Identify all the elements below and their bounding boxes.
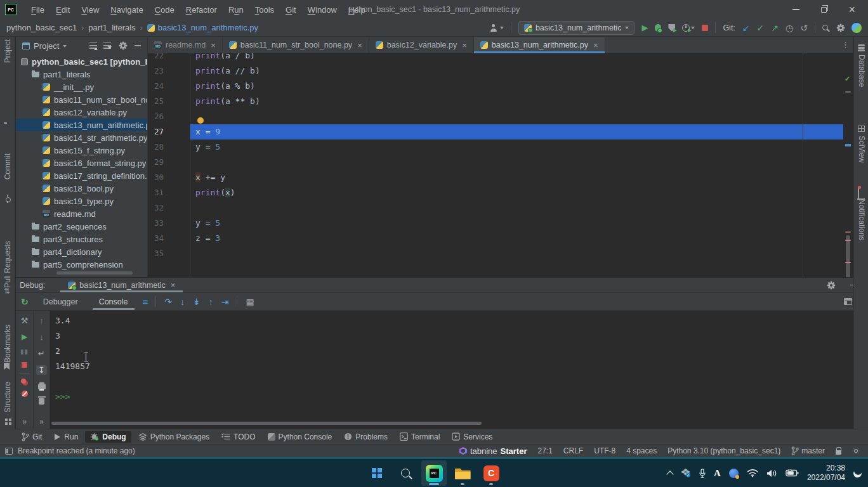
editor-tab[interactable]: basic12_variable.py× xyxy=(369,37,474,53)
line-ending[interactable]: CRLF xyxy=(563,446,583,455)
code-text[interactable]: x = 9 xyxy=(190,124,843,140)
soft-wrap-icon[interactable]: ↵ xyxy=(38,349,45,358)
menu-code[interactable]: Code xyxy=(149,5,180,15)
line-number[interactable]: 28 xyxy=(148,140,190,155)
toolwindow-button-problems[interactable]: Problems xyxy=(339,431,393,443)
settings-gear-icon[interactable] xyxy=(836,23,845,32)
sciview-icon[interactable] xyxy=(858,126,865,132)
tree-item[interactable]: basic13_num_arithmetic.py xyxy=(16,119,147,131)
taskbar-explorer-button[interactable] xyxy=(450,460,475,486)
breadcrumb-item[interactable]: basic13_num_arithmetic.py xyxy=(147,23,258,32)
menu-tools[interactable]: Tools xyxy=(249,5,280,15)
up-stack-icon[interactable]: ↑ xyxy=(39,316,44,325)
gear-icon[interactable] xyxy=(119,42,127,50)
clear-console-icon[interactable] xyxy=(39,398,44,405)
menu-file[interactable]: File xyxy=(25,5,50,15)
database-icon[interactable] xyxy=(858,44,865,46)
sidebar-item-commit[interactable]: Commit xyxy=(3,153,12,179)
line-number[interactable]: 31 xyxy=(148,185,190,200)
line-number[interactable]: 25 xyxy=(148,94,190,109)
line-number[interactable]: 32 xyxy=(148,200,190,216)
tab-close-icon[interactable]: × xyxy=(357,41,362,50)
tree-item[interactable]: python_basic_sec1 [python_basic]D:¥ xyxy=(16,55,147,68)
tab-console[interactable]: Console xyxy=(93,293,135,310)
breadcrumb-item[interactable]: python_basic_sec1 xyxy=(6,23,77,32)
more-actions-icon[interactable]: » xyxy=(22,417,27,426)
code-text[interactable]: y = 5 xyxy=(190,140,843,155)
collapse-all-icon[interactable] xyxy=(103,42,111,49)
breadcrumb-item[interactable]: part1_literals xyxy=(88,23,135,32)
tabnine-status[interactable]: tabnine Starter xyxy=(459,446,527,456)
stop-icon[interactable] xyxy=(22,362,27,368)
step-over-icon[interactable]: ↷ xyxy=(164,297,172,307)
minimize-icon[interactable] xyxy=(792,9,799,10)
pause-program-icon[interactable]: ▮▮ xyxy=(20,348,29,355)
editor-tab[interactable]: basic11_num_str_bool_none.py× xyxy=(223,37,369,53)
line-number[interactable]: 22 xyxy=(148,53,190,63)
history-icon[interactable]: ◷ xyxy=(786,23,793,32)
sidebar-item-bookmarks[interactable]: Bookmarks xyxy=(3,325,12,363)
editor[interactable]: 22print(a / b)23print(a // b)24print(a %… xyxy=(148,53,853,277)
tree-item[interactable]: readme.md xyxy=(16,207,147,220)
tab-close-icon[interactable]: × xyxy=(462,41,467,50)
step-into-icon[interactable]: ↓ xyxy=(180,297,185,307)
tab-close-icon[interactable]: × xyxy=(593,41,598,50)
more-actions-icon[interactable]: » xyxy=(39,417,44,426)
tab-close-icon[interactable]: × xyxy=(211,41,216,50)
line-number[interactable]: 29 xyxy=(148,155,190,170)
sidebar-item-pull-requests[interactable]: Pull Requests xyxy=(3,241,12,288)
toolwindow-button-git[interactable]: Git xyxy=(16,431,47,443)
step-out-icon[interactable]: ↑ xyxy=(209,297,213,307)
caret-position[interactable]: 27:1 xyxy=(537,446,552,455)
taskbar-clock[interactable]: 20:38 2022/07/04 xyxy=(807,464,845,483)
tree-item[interactable]: __init__.py xyxy=(16,81,147,93)
status-message[interactable]: Breakpoint reached (a minute ago) xyxy=(18,446,135,455)
code-text[interactable]: x += y xyxy=(190,170,843,185)
toolwindow-button-todo[interactable]: TODO xyxy=(216,431,260,443)
code-text[interactable]: z = 3 xyxy=(190,231,843,246)
console-horizontal-scrollbar[interactable] xyxy=(51,422,482,425)
run-configuration-select[interactable]: basic13_num_arithmetic xyxy=(518,21,635,35)
tree-item[interactable]: basic18_bool.py xyxy=(16,182,147,195)
sidebar-item-project[interactable]: Project xyxy=(3,39,12,63)
lock-icon[interactable] xyxy=(836,450,841,455)
editor-scrollbar[interactable] xyxy=(846,235,850,277)
chevron-down-icon[interactable] xyxy=(63,45,67,49)
toolwindow-button-services[interactable]: Services xyxy=(447,431,497,443)
menu-refactor[interactable]: Refactor xyxy=(180,5,223,15)
indent-style[interactable]: 4 spaces xyxy=(626,446,657,455)
sidebar-item-database[interactable]: Database xyxy=(857,55,866,87)
tree-item[interactable]: basic16_format_string.py xyxy=(16,157,147,169)
tree-item[interactable]: basic11_num_str_bool_none.py xyxy=(16,93,147,106)
tree-item[interactable]: part1_literals xyxy=(16,68,147,81)
code-text[interactable] xyxy=(190,155,843,170)
code-text[interactable]: y = 5 xyxy=(190,216,843,231)
rerun-icon[interactable]: ↻ xyxy=(21,297,29,307)
profiler-button[interactable] xyxy=(682,24,695,32)
scroll-to-end-icon[interactable]: ↧ xyxy=(36,365,47,375)
focus-assist-moon-icon[interactable] xyxy=(853,468,863,478)
error-stripe[interactable]: ✓ xyxy=(843,70,853,277)
code-text[interactable]: print(a / b) xyxy=(190,53,843,63)
ime-language-indicator[interactable]: A xyxy=(714,468,721,479)
menu-navigate[interactable]: Navigate xyxy=(105,5,148,15)
menu-view[interactable]: View xyxy=(76,5,105,15)
git-update-button[interactable]: ↙ xyxy=(742,23,750,32)
code-text[interactable]: print(a % b) xyxy=(190,79,843,94)
intention-bulb-icon[interactable] xyxy=(197,117,204,124)
debug-console[interactable]: 3.4321419857 >>> xyxy=(50,311,868,429)
line-number[interactable]: 30 xyxy=(148,170,190,185)
toolwindow-button-python-console[interactable]: Python Console xyxy=(263,431,338,443)
run-with-coverage-button[interactable] xyxy=(668,24,675,32)
taskbar-pycharm-button[interactable]: PC xyxy=(421,460,447,486)
tray-app-ball-icon[interactable] xyxy=(729,469,739,478)
run-to-cursor-icon[interactable]: ⇥ xyxy=(221,297,229,307)
sidebar-item-sciview[interactable]: SciView xyxy=(857,136,866,162)
gear-icon[interactable] xyxy=(827,281,835,289)
tree-item[interactable]: basic17_string_definition.py xyxy=(16,169,147,182)
tree-item[interactable]: basic12_variable.py xyxy=(16,106,147,119)
sidebar-item-structure[interactable]: Structure xyxy=(3,382,12,413)
hide-panel-icon[interactable] xyxy=(135,45,141,46)
code-text[interactable] xyxy=(190,246,843,261)
tree-item[interactable]: part2_sequences xyxy=(16,220,147,233)
